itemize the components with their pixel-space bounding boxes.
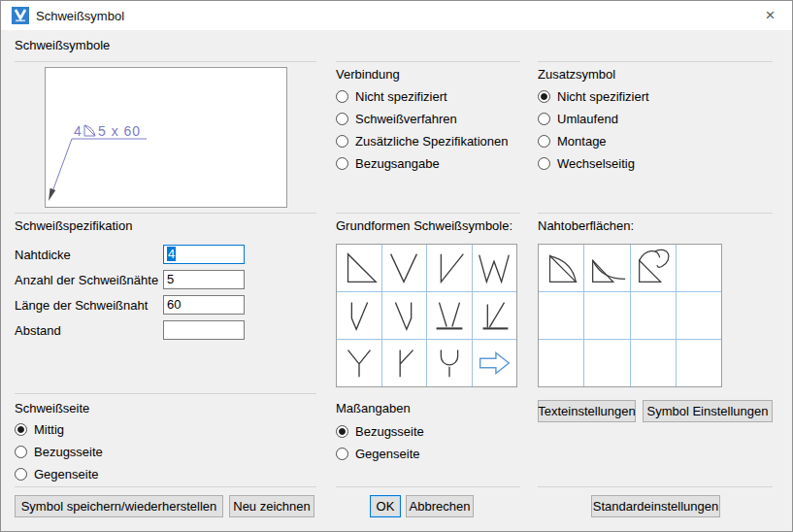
- preview-dimensions-text: 5 x 60: [98, 123, 141, 139]
- field-row: Anzahl der Schweißnähte 5: [15, 270, 245, 289]
- radio-verbindung-nicht-spezifiziert[interactable]: Nicht spezifiziert: [336, 89, 509, 104]
- empty-cell: [631, 292, 676, 339]
- massangaben-group: Bezugsseite Gegenseite: [336, 424, 424, 469]
- massangaben-heading: Maßangaben: [336, 401, 411, 416]
- preview-thickness-text: 4: [74, 123, 82, 139]
- divider: [336, 61, 520, 62]
- ok-button[interactable]: OK: [370, 495, 401, 517]
- radio-label: Gegenseite: [34, 467, 99, 482]
- naht-fillet-contoured-surface-cell[interactable]: [631, 245, 676, 291]
- laenge-schweissnaht-input[interactable]: 60: [163, 295, 245, 315]
- divider: [538, 486, 773, 487]
- empty-cell: [539, 340, 583, 386]
- radio-circle-icon: [538, 90, 550, 103]
- weld-symbol-dialog: Schweißsymbol × Schweißsymbole 4 5 x 60 …: [0, 0, 793, 532]
- radio-circle-icon: [538, 113, 550, 125]
- radio-circle-icon: [538, 135, 550, 148]
- spezifikation-fields: Nahtdicke 4 Anzahl der Schweißnähte 5 Lä…: [15, 245, 245, 346]
- symbol-speichern-button[interactable]: Symbol speichern/wiederherstellen: [15, 495, 223, 517]
- radio-schweissverfahren[interactable]: Schweißverfahren: [336, 112, 509, 126]
- naht-fillet-concave-surface-cell[interactable]: [584, 245, 629, 291]
- radio-bezugsangabe[interactable]: Bezugsangabe: [336, 156, 509, 171]
- grundform-steep-v-right-weld-cell[interactable]: [382, 292, 427, 339]
- radio-label: Zusätzliche Spezifikationen: [355, 134, 509, 149]
- field-row: Länge der Schweißnaht 60: [15, 295, 245, 315]
- grundform-flare-bevel-bar-weld-cell[interactable]: [473, 292, 517, 339]
- radio-circle-icon: [336, 135, 348, 148]
- selected-text: 4: [167, 247, 176, 261]
- window-title: Schweißsymbol: [36, 9, 124, 23]
- zusatzsymbol-heading: Zusatzsymbol: [538, 67, 615, 82]
- nahtoberflaechen-heading: Nahtoberflächen:: [538, 218, 634, 233]
- preview-weld-glyph: [84, 125, 95, 136]
- next-page-arrow-icon[interactable]: [473, 340, 517, 386]
- radio-mass-gegenseite[interactable]: Gegenseite: [336, 447, 424, 461]
- verbindung-group: Nicht spezifiziert Schweißverfahren Zusä…: [336, 89, 509, 179]
- naht-fillet-convex-surface-cell[interactable]: [539, 245, 583, 291]
- radio-label: Bezugsseite: [34, 445, 103, 459]
- divider: [336, 213, 520, 214]
- grundform-steep-v-left-weld-cell[interactable]: [337, 292, 381, 339]
- radio-circle-icon: [538, 157, 550, 170]
- empty-cell: [677, 245, 721, 291]
- grundform-u-weld-cell[interactable]: [427, 340, 472, 386]
- schweissseite-heading: Schweißseite: [15, 401, 89, 416]
- radio-mass-bezugsseite[interactable]: Bezugsseite: [336, 424, 424, 439]
- radio-seite-gegenseite[interactable]: Gegenseite: [15, 467, 103, 482]
- divider: [15, 61, 316, 62]
- field-row: Nahtdicke 4: [15, 245, 245, 264]
- radio-seite-bezugsseite[interactable]: Bezugsseite: [15, 445, 103, 459]
- symbol-einstellungen-button[interactable]: Symbol Einstellungen: [643, 400, 773, 422]
- radio-label: Schweißverfahren: [355, 112, 457, 126]
- grundformen-heading: Grundformen Schweißsymbole:: [336, 218, 512, 233]
- empty-cell: [677, 340, 721, 386]
- grundform-fillet-weld-cell[interactable]: [337, 245, 381, 291]
- empty-cell: [584, 340, 629, 386]
- page-title: Schweißsymbole: [15, 38, 110, 52]
- divider: [538, 213, 773, 214]
- radio-circle-icon: [15, 423, 27, 436]
- divider: [15, 213, 316, 214]
- abstand-label: Abstand: [15, 323, 61, 338]
- grundform-flare-v-bar-weld-cell[interactable]: [427, 292, 472, 339]
- radio-wechselseitig[interactable]: Wechselseitig: [538, 156, 649, 171]
- radio-circle-icon: [336, 425, 348, 438]
- radio-zusatz-nicht-spezifiziert[interactable]: Nicht spezifiziert: [538, 89, 649, 104]
- abbrechen-button[interactable]: Abbrechen: [406, 495, 474, 517]
- radio-label: Montage: [557, 134, 607, 149]
- radio-label: Umlaufend: [557, 112, 618, 126]
- radio-montage[interactable]: Montage: [538, 134, 649, 149]
- abstand-input[interactable]: [163, 320, 245, 340]
- divider: [336, 486, 520, 487]
- texteinstellungen-button[interactable]: Texteinstellungen: [538, 400, 636, 422]
- radio-label: Bezugsseite: [355, 424, 424, 439]
- radio-zusaetzliche-spezifikationen[interactable]: Zusätzliche Spezifikationen: [336, 134, 509, 149]
- grundform-double-v-weld-cell[interactable]: [473, 245, 517, 291]
- grundform-bevel-weld-cell[interactable]: [427, 245, 472, 291]
- radio-label: Nicht spezifiziert: [557, 89, 649, 104]
- spezifikation-heading: Schweißspezifikation: [15, 218, 132, 233]
- standardeinstellungen-button[interactable]: Standardeinstellungen: [591, 495, 720, 517]
- nahtdicke-input[interactable]: 4: [163, 245, 245, 264]
- neu-zeichnen-button[interactable]: Neu zeichnen: [229, 495, 314, 517]
- radio-umlaufend[interactable]: Umlaufend: [538, 112, 649, 126]
- divider: [538, 61, 773, 62]
- radio-mittig[interactable]: Mittig: [15, 422, 103, 437]
- radio-circle-icon: [336, 113, 348, 125]
- grundform-y-weld-cell[interactable]: [337, 340, 381, 386]
- grundform-v-weld-cell[interactable]: [382, 245, 427, 291]
- radio-label: Nicht spezifiziert: [355, 89, 447, 104]
- empty-cell: [539, 292, 583, 339]
- field-row: Abstand: [15, 320, 245, 340]
- titlebar: Schweißsymbol ×: [1, 1, 792, 30]
- anzahl-schweissnaehte-input[interactable]: 5: [163, 270, 245, 289]
- close-icon[interactable]: ×: [748, 1, 792, 30]
- grundform-half-y-weld-cell[interactable]: [382, 340, 427, 386]
- empty-cell: [677, 292, 721, 339]
- nahtoberflaechen-grid: [538, 244, 722, 387]
- app-logo-icon: [12, 7, 29, 24]
- divider: [15, 393, 316, 394]
- verbindung-heading: Verbindung: [336, 67, 400, 82]
- radio-circle-icon: [336, 90, 348, 103]
- radio-label: Mittig: [34, 422, 64, 437]
